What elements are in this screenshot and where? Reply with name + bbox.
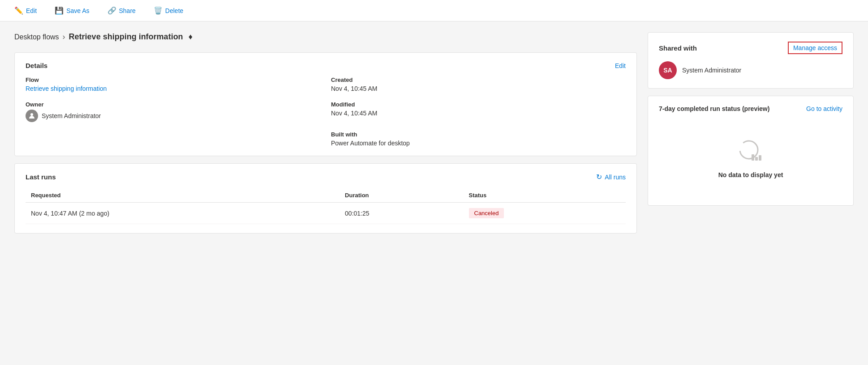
last-runs-card: Last runs ↻ All runs Requested Duration … [14, 163, 637, 233]
details-title: Details [26, 62, 47, 69]
cell-requested: Nov 4, 10:47 AM (2 mo ago) [26, 203, 339, 224]
delete-label: Delete [165, 7, 183, 14]
shared-user-name: System Administrator [682, 67, 741, 74]
col-status: Status [464, 188, 626, 203]
built-with-label: Built with [331, 131, 626, 138]
activity-card: 7-day completed run status (preview) Go … [648, 96, 854, 206]
no-data-area: No data to display yet [659, 119, 842, 196]
modified-label: Modified [331, 101, 626, 108]
owner-row: System Administrator [26, 110, 320, 122]
edit-icon: ✏️ [14, 6, 23, 15]
col-requested: Requested [26, 188, 339, 203]
edit-button[interactable]: ✏️ Edit [11, 4, 40, 17]
breadcrumb-parent[interactable]: Desktop flows [14, 33, 59, 41]
diamond-icon: ♦ [189, 32, 193, 42]
top-toolbar: ✏️ Edit 💾 Save As 🔗 Share 🗑️ Delete [0, 0, 868, 21]
delete-icon: 🗑️ [154, 6, 163, 15]
no-data-chart-icon [736, 137, 765, 166]
owner-field: Owner System Administrator [26, 101, 320, 122]
breadcrumb-separator: › [63, 32, 65, 42]
last-runs-title: Last runs [26, 173, 56, 181]
refresh-icon: ↻ [596, 173, 602, 181]
created-label: Created [331, 76, 626, 83]
cell-status: Canceled [464, 203, 626, 224]
all-runs-label: All runs [605, 174, 626, 181]
activity-header: 7-day completed run status (preview) Go … [659, 105, 842, 112]
manage-access-button[interactable]: Manage access [788, 42, 842, 54]
person-icon [28, 112, 35, 119]
owner-name: System Administrator [42, 112, 101, 119]
created-field: Created Nov 4, 10:45 AM [331, 76, 626, 92]
all-runs-button[interactable]: ↻ All runs [596, 173, 626, 181]
cell-duration: 00:01:25 [339, 203, 463, 224]
shared-header: Shared with Manage access [659, 42, 842, 54]
last-runs-header: Last runs ↻ All runs [26, 173, 626, 181]
user-initials: SA [663, 67, 672, 74]
flow-value[interactable]: Retrieve shipping information [26, 85, 107, 92]
svg-rect-3 [755, 157, 758, 161]
left-panel: Desktop flows › Retrieve shipping inform… [14, 32, 637, 233]
runs-table: Requested Duration Status Nov 4, 10:47 A… [26, 188, 626, 224]
share-button[interactable]: 🔗 Share [104, 4, 139, 17]
shared-user: SA System Administrator [659, 61, 842, 79]
svg-point-1 [740, 141, 758, 159]
save-as-icon: 💾 [55, 6, 64, 15]
sa-avatar: SA [659, 61, 677, 79]
owner-avatar [26, 110, 38, 122]
owner-label: Owner [26, 101, 320, 108]
modified-field: Modified Nov 4, 10:45 AM [331, 101, 626, 122]
activity-title: 7-day completed run status (preview) [659, 105, 769, 112]
shared-card: Shared with Manage access SA System Admi… [648, 32, 854, 89]
flow-label: Flow [26, 76, 320, 83]
go-to-activity-link[interactable]: Go to activity [806, 105, 842, 112]
share-label: Share [119, 7, 136, 14]
details-card-header: Details Edit [26, 62, 626, 69]
modified-value: Nov 4, 10:45 AM [331, 110, 378, 117]
details-grid: Flow Retrieve shipping information Creat… [26, 76, 626, 147]
breadcrumb: Desktop flows › Retrieve shipping inform… [14, 32, 637, 42]
built-with-value: Power Automate for desktop [331, 140, 410, 147]
status-badge: Canceled [469, 208, 504, 218]
created-value: Nov 4, 10:45 AM [331, 85, 378, 92]
edit-label: Edit [26, 7, 37, 14]
table-row: Nov 4, 10:47 AM (2 mo ago) 00:01:25 Canc… [26, 203, 626, 224]
svg-rect-2 [752, 154, 754, 161]
details-card: Details Edit Flow Retrieve shipping info… [14, 52, 637, 156]
svg-rect-4 [759, 155, 761, 161]
no-data-text: No data to display yet [718, 171, 783, 178]
delete-button[interactable]: 🗑️ Delete [150, 4, 187, 17]
details-edit-link[interactable]: Edit [615, 62, 626, 69]
main-content: Desktop flows › Retrieve shipping inform… [0, 21, 868, 244]
breadcrumb-current: Retrieve shipping information [69, 32, 183, 42]
col-duration: Duration [339, 188, 463, 203]
built-with-field: Built with Power Automate for desktop [331, 131, 626, 147]
right-panel: Shared with Manage access SA System Admi… [648, 32, 854, 233]
svg-point-0 [30, 113, 33, 116]
share-icon: 🔗 [107, 6, 116, 15]
shared-title: Shared with [659, 44, 697, 52]
save-as-label: Save As [66, 7, 89, 14]
save-as-button[interactable]: 💾 Save As [51, 4, 93, 17]
flow-field: Flow Retrieve shipping information [26, 76, 320, 92]
table-header-row: Requested Duration Status [26, 188, 626, 203]
